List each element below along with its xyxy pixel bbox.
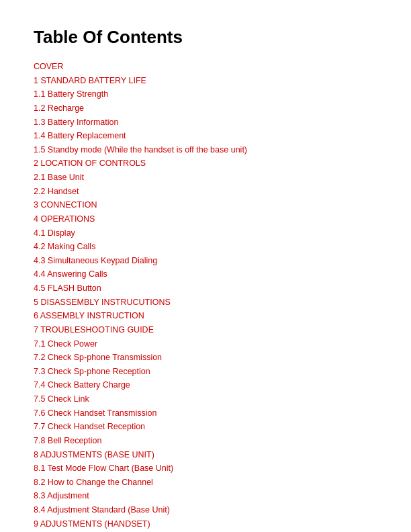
- list-item: 6 ASSEMBLY INSTRUCTION: [34, 309, 377, 323]
- list-item: 3 CONNECTION: [34, 198, 377, 212]
- toc-link[interactable]: 1.1 Battery Strength: [34, 87, 377, 101]
- list-item: 4.2 Making Calls: [34, 240, 377, 254]
- list-item: 8.2 How to Change the Channel: [34, 476, 377, 490]
- list-item: 7.4 Check Battery Charge: [34, 378, 377, 392]
- list-item: 1.3 Battery Information: [34, 116, 377, 130]
- list-item: 1.5 Standby mode (While the handset is o…: [34, 143, 377, 157]
- list-item: 7.5 Check Link: [34, 392, 377, 406]
- list-item: 4 OPERATIONS: [34, 212, 377, 226]
- list-item: 7 TROUBLESHOOTING GUIDE: [34, 323, 377, 337]
- toc-link[interactable]: 8.3 Adjustment: [34, 489, 377, 503]
- list-item: 7.2 Check Sp-phone Transmission: [34, 351, 377, 365]
- toc-link[interactable]: 4.5 FLASH Button: [34, 281, 377, 296]
- list-item: 8.3 Adjustment: [34, 489, 377, 503]
- toc-link[interactable]: 7.1 Check Power: [34, 337, 377, 351]
- list-item: 1.4 Battery Replacement: [34, 129, 377, 143]
- toc-link[interactable]: 7.4 Check Battery Charge: [34, 378, 377, 392]
- toc-link[interactable]: 2 LOCATION OF CONTROLS: [34, 157, 377, 171]
- list-item: 7.1 Check Power: [34, 337, 377, 351]
- list-item: 8 ADJUSTMENTS (BASE UNIT): [34, 448, 377, 462]
- list-item: 2.1 Base Unit: [34, 171, 377, 185]
- toc-link[interactable]: 8.1 Test Mode Flow Chart (Base Unit): [34, 461, 377, 476]
- list-item: 7.3 Check Sp-phone Reception: [34, 365, 377, 379]
- toc-list: COVER1 STANDARD BATTERY LIFE1.1 Battery …: [34, 60, 377, 532]
- list-item: 4.4 Answering Calls: [34, 267, 377, 281]
- page-title: Table Of Contents: [34, 27, 377, 48]
- list-item: 2.2 Handset: [34, 185, 377, 199]
- toc-link[interactable]: 3 CONNECTION: [34, 198, 377, 212]
- toc-link[interactable]: 7 TROUBLESHOOTING GUIDE: [34, 323, 377, 337]
- toc-link[interactable]: 5 DISASSEMBLY INSTRUCUTIONS: [34, 296, 377, 310]
- list-item: 7.6 Check Handset Transmission: [34, 406, 377, 420]
- toc-link[interactable]: 1 STANDARD BATTERY LIFE: [34, 74, 377, 88]
- list-item: 9 ADJUSTMENTS (HANDSET): [34, 517, 377, 531]
- list-item: 7.7 Check Handset Reception: [34, 420, 377, 434]
- toc-link[interactable]: 7.3 Check Sp-phone Reception: [34, 365, 377, 379]
- toc-link[interactable]: 4.3 Simultaneous Keypad Dialing: [34, 254, 377, 268]
- toc-link[interactable]: 8.2 How to Change the Channel: [34, 476, 377, 490]
- toc-link[interactable]: 7.2 Check Sp-phone Transmission: [34, 351, 377, 365]
- list-item: 2 LOCATION OF CONTROLS: [34, 157, 377, 171]
- list-item: 4.3 Simultaneous Keypad Dialing: [34, 254, 377, 268]
- toc-link[interactable]: 1.2 Recharge: [34, 101, 377, 116]
- list-item: 1 STANDARD BATTERY LIFE: [34, 74, 377, 88]
- toc-link[interactable]: 4.4 Answering Calls: [34, 267, 377, 281]
- toc-link[interactable]: 7.7 Check Handset Reception: [34, 420, 377, 434]
- toc-link[interactable]: 4 OPERATIONS: [34, 212, 377, 226]
- list-item: 8.4 Adjustment Standard (Base Unit): [34, 503, 377, 517]
- list-item: 4.5 FLASH Button: [34, 281, 377, 296]
- list-item: 8.1 Test Mode Flow Chart (Base Unit): [34, 461, 377, 476]
- toc-link[interactable]: 2.1 Base Unit: [34, 171, 377, 185]
- toc-link[interactable]: 7.8 Bell Reception: [34, 434, 377, 448]
- toc-link[interactable]: 6 ASSEMBLY INSTRUCTION: [34, 309, 377, 323]
- list-item: 5 DISASSEMBLY INSTRUCUTIONS: [34, 296, 377, 310]
- toc-link[interactable]: 2.2 Handset: [34, 185, 377, 199]
- toc-link[interactable]: 1.4 Battery Replacement: [34, 129, 377, 143]
- toc-link[interactable]: 8.4 Adjustment Standard (Base Unit): [34, 503, 377, 517]
- toc-link[interactable]: 9 ADJUSTMENTS (HANDSET): [34, 517, 377, 531]
- toc-link[interactable]: 7.6 Check Handset Transmission: [34, 406, 377, 420]
- list-item: 1.2 Recharge: [34, 101, 377, 116]
- toc-link[interactable]: 8 ADJUSTMENTS (BASE UNIT): [34, 448, 377, 462]
- list-item: 4.1 Display: [34, 226, 377, 240]
- list-item: 1.1 Battery Strength: [34, 87, 377, 101]
- toc-link[interactable]: COVER: [34, 60, 377, 74]
- toc-link[interactable]: 7.5 Check Link: [34, 392, 377, 406]
- toc-link[interactable]: 4.1 Display: [34, 226, 377, 240]
- toc-link[interactable]: 1.3 Battery Information: [34, 116, 377, 130]
- toc-link[interactable]: 4.2 Making Calls: [34, 240, 377, 254]
- toc-link[interactable]: 1.5 Standby mode (While the handset is o…: [34, 143, 377, 157]
- list-item: 7.8 Bell Reception: [34, 434, 377, 448]
- list-item: COVER: [34, 60, 377, 74]
